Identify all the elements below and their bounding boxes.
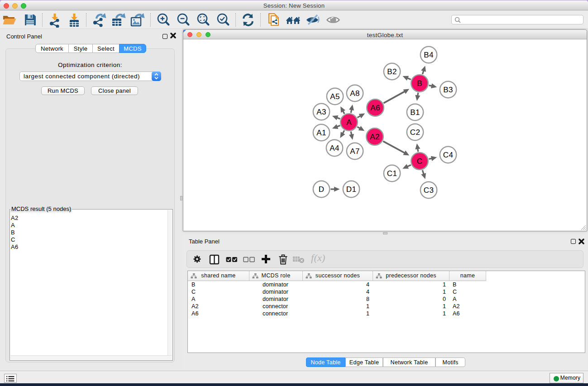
svg-text:B1: B1 — [410, 108, 420, 117]
svg-text:A7: A7 — [350, 147, 359, 156]
svg-text:B2: B2 — [387, 67, 397, 76]
svg-text:A1: A1 — [316, 129, 326, 137]
svg-text:B: B — [417, 79, 422, 88]
svg-text:A2: A2 — [370, 133, 379, 141]
svg-text:A5: A5 — [330, 92, 339, 101]
svg-text:A8: A8 — [350, 89, 359, 98]
svg-text:D: D — [319, 185, 325, 194]
svg-text:A6: A6 — [370, 104, 380, 112]
svg-text:C: C — [417, 157, 423, 166]
svg-text:C1: C1 — [387, 169, 397, 178]
svg-text:D1: D1 — [346, 185, 356, 194]
svg-text:B4: B4 — [424, 51, 433, 59]
svg-text:B3: B3 — [443, 86, 453, 94]
svg-text:C3: C3 — [424, 186, 434, 195]
svg-text:A4: A4 — [330, 144, 339, 152]
svg-text:A3: A3 — [316, 108, 326, 116]
svg-text:C2: C2 — [410, 128, 420, 137]
svg-text:C4: C4 — [443, 151, 453, 159]
svg-text:A: A — [346, 118, 352, 127]
